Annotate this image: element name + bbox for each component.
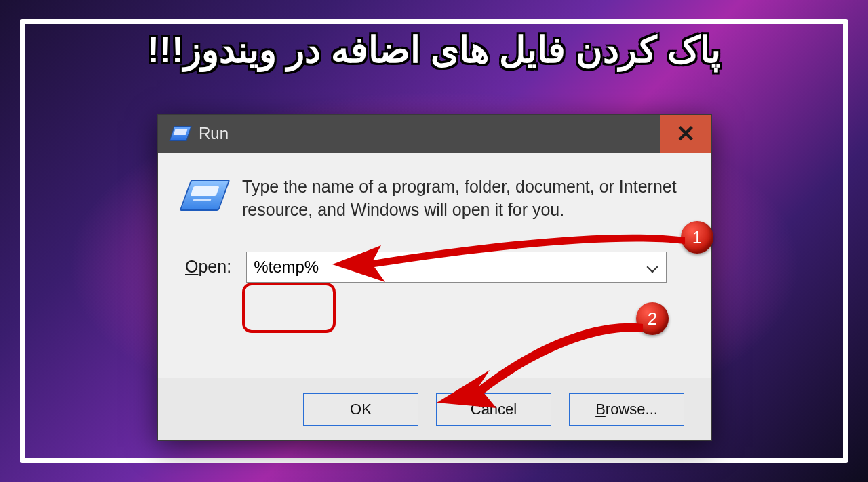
annotation-badge-2: 2	[636, 302, 669, 335]
browse-button[interactable]: Browse...	[569, 393, 684, 426]
open-input-value: %temp%	[254, 258, 319, 277]
open-combobox[interactable]: %temp%	[246, 252, 667, 283]
dialog-body: Type the name of a program, folder, docu…	[158, 153, 711, 440]
close-button[interactable]: ✕	[660, 115, 711, 153]
cancel-button[interactable]: Cancel	[436, 393, 551, 426]
run-hint-text: Type the name of a program, folder, docu…	[242, 176, 684, 222]
cancel-button-label: Cancel	[471, 401, 517, 418]
ok-button-label: OK	[350, 401, 372, 418]
title-bar[interactable]: Run ✕	[158, 115, 711, 153]
close-icon: ✕	[676, 120, 695, 147]
ok-button[interactable]: OK	[303, 393, 418, 426]
window-title: Run	[199, 124, 229, 143]
thumbnail-stage: پاک کردن فایل های اضافه در ویندوز!!! Run…	[0, 0, 868, 482]
annotation-highlight-1	[242, 283, 336, 333]
button-bar: OK Cancel Browse...	[158, 378, 711, 440]
run-titlebar-icon	[172, 126, 189, 141]
chevron-down-icon[interactable]	[648, 262, 659, 273]
run-dialog: Run ✕ Type the name of a program, folder…	[157, 114, 712, 441]
headline-text: پاک کردن فایل های اضافه در ویندوز!!!	[0, 30, 868, 70]
browse-button-label: Browse...	[595, 401, 658, 418]
open-label: Open:	[185, 257, 231, 277]
annotation-badge-1: 1	[681, 221, 713, 254]
run-body-icon	[185, 180, 224, 211]
